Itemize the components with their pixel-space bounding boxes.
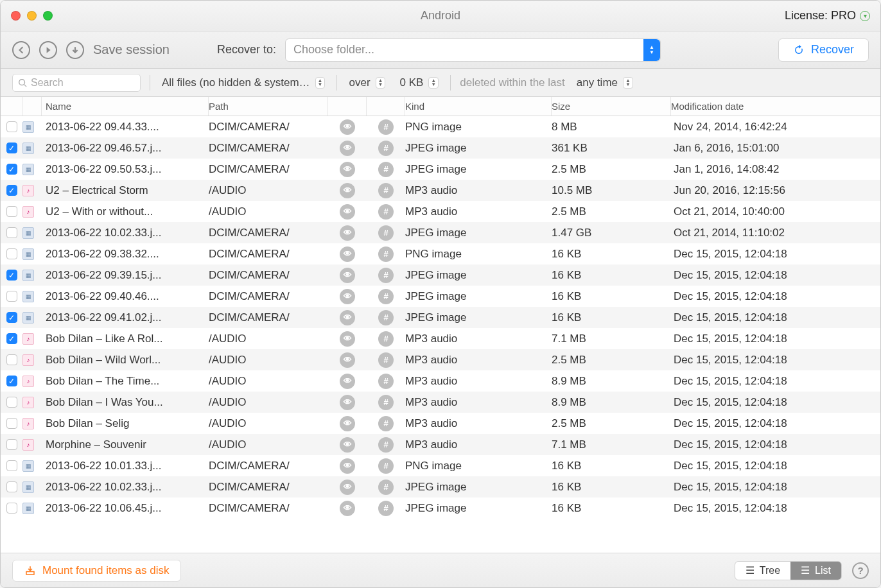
hash-button[interactable]: #: [378, 225, 394, 241]
preview-button[interactable]: 👁: [340, 141, 355, 156]
preview-button[interactable]: 👁: [340, 225, 355, 241]
hash-button[interactable]: #: [378, 480, 394, 495]
preview-button[interactable]: 👁: [340, 331, 355, 347]
row-checkbox[interactable]: ✓: [6, 143, 17, 153]
header-date[interactable]: Modification date: [671, 97, 880, 116]
hash-button[interactable]: #: [378, 268, 394, 283]
maximize-window-button[interactable]: [43, 11, 53, 21]
row-checkbox[interactable]: [6, 503, 17, 514]
hash-button[interactable]: #: [378, 437, 394, 453]
table-row[interactable]: ♪ U2 – With or without... /AUDIO 👁 # MP3…: [1, 201, 880, 222]
row-checkbox[interactable]: [6, 397, 17, 408]
size-op-select[interactable]: over ▲▼: [346, 74, 388, 92]
table-row[interactable]: ▦ 2013-06-22 09.44.33.... DCIM/CAMERA/ 👁…: [1, 116, 880, 137]
preview-button[interactable]: 👁: [340, 246, 355, 262]
hash-button[interactable]: #: [378, 310, 394, 325]
row-checkbox[interactable]: [6, 460, 17, 471]
table-row[interactable]: ▦ 2013-06-22 09.38.32.... DCIM/CAMERA/ 👁…: [1, 243, 880, 264]
table-row[interactable]: ♪ Bob Dilan – Selig /AUDIO 👁 # MP3 audio…: [1, 413, 880, 434]
search-input[interactable]: Search: [12, 74, 141, 92]
preview-button[interactable]: 👁: [340, 501, 355, 516]
hash-button[interactable]: #: [378, 204, 394, 220]
header-kind[interactable]: Kind: [405, 97, 552, 116]
play-button[interactable]: [39, 41, 57, 59]
row-checkbox[interactable]: [6, 248, 17, 259]
preview-button[interactable]: 👁: [340, 119, 355, 135]
hash-button[interactable]: #: [378, 416, 394, 431]
hash-button[interactable]: #: [378, 141, 394, 156]
table-row[interactable]: ▦ 2013-06-22 10.06.45.j... DCIM/CAMERA/ …: [1, 497, 880, 519]
preview-button[interactable]: 👁: [340, 480, 355, 495]
tree-view-button[interactable]: ☰ Tree: [735, 562, 790, 580]
preview-button[interactable]: 👁: [340, 374, 355, 389]
table-row[interactable]: ▦ 2013-06-22 10.02.33.j... DCIM/CAMERA/ …: [1, 476, 880, 497]
table-row[interactable]: ✓ ▦ 2013-06-22 09.41.02.j... DCIM/CAMERA…: [1, 307, 880, 328]
preview-button[interactable]: 👁: [340, 162, 355, 177]
table-row[interactable]: ✓ ▦ 2013-06-22 09.39.15.j... DCIM/CAMERA…: [1, 264, 880, 286]
row-checkbox[interactable]: ✓: [6, 376, 17, 386]
table-row[interactable]: ▦ 2013-06-22 10.01.33.j... DCIM/CAMERA/ …: [1, 455, 880, 476]
table-row[interactable]: ▦ 2013-06-22 09.40.46.... DCIM/CAMERA/ 👁…: [1, 286, 880, 307]
row-checkbox[interactable]: ✓: [6, 312, 17, 323]
preview-button[interactable]: 👁: [340, 289, 355, 304]
row-checkbox[interactable]: ✓: [6, 164, 17, 175]
license-button[interactable]: License: PRO ▾: [785, 9, 870, 22]
hash-button[interactable]: #: [378, 501, 394, 516]
preview-button[interactable]: 👁: [340, 458, 355, 474]
download-button[interactable]: [66, 41, 84, 59]
hash-button[interactable]: #: [378, 289, 394, 304]
recover-folder-select[interactable]: Choose folder... ▲▼: [285, 39, 661, 62]
row-checkbox[interactable]: [6, 418, 17, 429]
row-checkbox[interactable]: [6, 354, 17, 365]
preview-button[interactable]: 👁: [340, 204, 355, 220]
back-button[interactable]: [12, 41, 30, 59]
table-row[interactable]: ♪ Bob Dilan – Wild Worl... /AUDIO 👁 # MP…: [1, 349, 880, 370]
save-session-button[interactable]: Save session: [93, 42, 170, 57]
preview-button[interactable]: 👁: [340, 416, 355, 431]
table-row[interactable]: ✓ ▦ 2013-06-22 09.50.53.j... DCIM/CAMERA…: [1, 159, 880, 180]
row-checkbox[interactable]: [6, 227, 17, 238]
mount-button[interactable]: Mount found items as disk: [12, 560, 181, 582]
table-row[interactable]: ✓ ♪ U2 – Electrical Storm /AUDIO 👁 # MP3…: [1, 180, 880, 201]
recover-button[interactable]: Recover: [778, 39, 869, 62]
row-checkbox[interactable]: [6, 291, 17, 302]
header-path[interactable]: Path: [209, 97, 328, 116]
row-checkbox[interactable]: [6, 121, 17, 132]
hash-button[interactable]: #: [378, 183, 394, 198]
preview-button[interactable]: 👁: [340, 268, 355, 283]
table-row[interactable]: ✓ ▦ 2013-06-22 09.46.57.j... DCIM/CAMERA…: [1, 137, 880, 159]
header-size[interactable]: Size: [552, 97, 671, 116]
hash-button[interactable]: #: [378, 458, 394, 474]
preview-button[interactable]: 👁: [340, 183, 355, 198]
row-checkbox[interactable]: ✓: [6, 270, 17, 281]
file-filter-select[interactable]: All files (no hidden & system… ▲▼: [159, 74, 327, 92]
header-name[interactable]: Name: [42, 97, 209, 116]
table-row[interactable]: ✓ ♪ Bob Dilan – The Time... /AUDIO 👁 # M…: [1, 370, 880, 392]
close-window-button[interactable]: [11, 11, 21, 21]
minimize-window-button[interactable]: [27, 11, 37, 21]
time-range-select[interactable]: any time ▲▼: [574, 74, 636, 92]
row-checkbox[interactable]: ✓: [6, 333, 17, 344]
table-row[interactable]: ♪ Bob Dilan – I Was You... /AUDIO 👁 # MP…: [1, 392, 880, 413]
table-row[interactable]: ♪ Morphine – Souvenir /AUDIO 👁 # MP3 aud…: [1, 434, 880, 455]
help-button[interactable]: ?: [852, 562, 869, 579]
hash-button[interactable]: #: [378, 331, 394, 347]
row-checkbox[interactable]: [6, 481, 17, 492]
list-view-button[interactable]: ☰ List: [790, 562, 841, 580]
row-checkbox[interactable]: [6, 439, 17, 450]
hash-button[interactable]: #: [378, 119, 394, 135]
preview-button[interactable]: 👁: [340, 437, 355, 453]
hash-button[interactable]: #: [378, 374, 394, 389]
size-value-select[interactable]: 0 KB ▲▼: [397, 74, 441, 92]
hash-button[interactable]: #: [378, 395, 394, 410]
row-checkbox[interactable]: ✓: [6, 185, 17, 196]
table-row[interactable]: ✓ ♪ Bob Dilan – Like A Rol... /AUDIO 👁 #…: [1, 328, 880, 349]
row-checkbox[interactable]: [6, 206, 17, 217]
preview-button[interactable]: 👁: [340, 310, 355, 325]
hash-button[interactable]: #: [378, 246, 394, 262]
hash-button[interactable]: #: [378, 162, 394, 177]
preview-button[interactable]: 👁: [340, 395, 355, 410]
preview-button[interactable]: 👁: [340, 352, 355, 368]
table-row[interactable]: ▦ 2013-06-22 10.02.33.j... DCIM/CAMERA/ …: [1, 222, 880, 243]
hash-button[interactable]: #: [378, 352, 394, 368]
